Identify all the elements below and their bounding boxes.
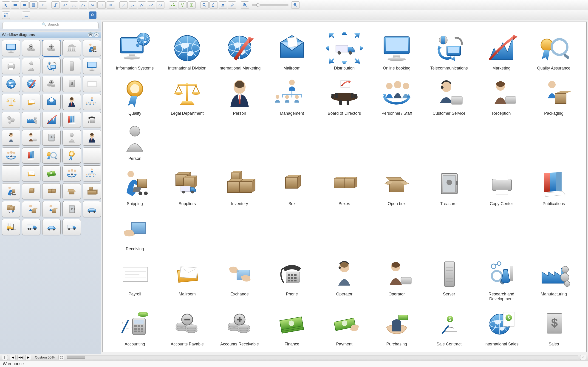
clip-globe-sale[interactable]: International Sales	[478, 307, 524, 347]
eyedropper-button[interactable]	[228, 1, 236, 9]
page-first-button[interactable]: ◀◀	[17, 355, 23, 360]
library-thumb-person-run[interactable]	[83, 40, 101, 56]
clip-exchange[interactable]: Exchange	[216, 257, 262, 301]
clip-avatar[interactable]: Person	[112, 121, 158, 161]
library-thumb-monitor[interactable]	[2, 40, 20, 56]
clip-letters[interactable]: Mailroom	[164, 257, 210, 301]
panel-tree-button[interactable]	[2, 11, 10, 19]
zoom-button[interactable]	[200, 1, 208, 9]
library-thumb-printer[interactable]	[2, 58, 20, 74]
library-thumb-gears[interactable]	[2, 112, 20, 128]
library-thumb-truck[interactable]	[22, 219, 40, 235]
line-button[interactable]	[120, 1, 128, 9]
clip-truck-arrows[interactable]: Distribution	[321, 31, 367, 71]
library-thumb-network[interactable]	[42, 58, 61, 74]
library-thumb-person-suit[interactable]	[62, 94, 81, 110]
clip-payment[interactable]: Payment	[321, 307, 367, 347]
library-thumb-receipt[interactable]	[83, 76, 101, 92]
library-thumb-laptop[interactable]	[83, 58, 101, 74]
clip-suit[interactable]: Person	[216, 76, 262, 116]
library-thumb-ribbon-glass[interactable]	[42, 148, 61, 164]
library-thumb-person-cart[interactable]	[42, 201, 61, 217]
library-thumb-car[interactable]	[83, 201, 101, 217]
library-save-button[interactable]	[88, 32, 93, 37]
zoom-level-label[interactable]: Custom 55%	[33, 355, 57, 359]
clip-cash[interactable]: Finance	[269, 307, 315, 347]
clip-reception[interactable]: Reception	[478, 76, 524, 116]
clip-scales[interactable]: Legal Department	[164, 76, 210, 116]
clip-shipping[interactable]: Shipping	[112, 167, 158, 206]
library-thumb-envelope[interactable]	[42, 94, 61, 110]
tree-button[interactable]	[169, 1, 177, 9]
clip-bank[interactable]: Bank	[112, 352, 158, 352]
pages-pause-button[interactable]: ∥	[2, 355, 8, 360]
clip-accounting[interactable]: Accounting	[112, 307, 158, 347]
line-angle-button[interactable]	[52, 1, 60, 9]
line-cross-button[interactable]	[97, 1, 106, 9]
clip-envelope[interactable]: Mailroom	[269, 31, 315, 71]
clip-printer[interactable]: Copy Center	[478, 167, 524, 206]
clip-boxes[interactable]: Boxes	[321, 167, 367, 206]
library-thumb-scales[interactable]	[2, 94, 20, 110]
line-step-button[interactable]	[61, 1, 69, 9]
clip-ribbon[interactable]: Quality	[112, 76, 158, 116]
clip-box[interactable]: Box	[269, 167, 315, 206]
library-thumb-ribbon[interactable]	[62, 148, 81, 164]
library-thumb-machine[interactable]	[22, 112, 40, 128]
clip-safe[interactable]: Treasurer	[426, 167, 472, 206]
zoom-out-button[interactable]	[241, 1, 249, 9]
library-thumb-pallet[interactable]	[2, 201, 20, 217]
mesh-button[interactable]	[187, 1, 196, 9]
library-thumb-forklift[interactable]	[2, 219, 20, 235]
clip-cheque[interactable]: Payroll	[112, 257, 158, 301]
library-thumb-org[interactable]	[83, 94, 101, 110]
library-thumb-chart[interactable]	[42, 112, 61, 128]
library-thumb-blank[interactable]	[2, 165, 20, 181]
canvas-viewport[interactable]: Information Systems International Divisi…	[103, 22, 587, 352]
library-thumb-globe[interactable]	[2, 76, 20, 92]
line-bezier-button[interactable]	[79, 1, 87, 9]
clip-staff[interactable]: Personnel / Staff	[374, 76, 420, 116]
clip-handshake-cash[interactable]: Purchasing	[374, 307, 420, 347]
clip-info-systems[interactable]: Information Systems	[112, 31, 158, 71]
library-thumb-truck2[interactable]	[62, 219, 81, 235]
library-thumb-box-open[interactable]	[62, 183, 81, 199]
ellipse-button[interactable]	[20, 1, 28, 9]
zoom-in-button[interactable]	[291, 1, 300, 9]
clip-open-box[interactable]: Open box	[374, 167, 420, 206]
clip-monitor[interactable]: Online booking	[374, 31, 420, 71]
zoom-slider-thumb[interactable]	[256, 3, 260, 7]
library-thumb-container[interactable]	[42, 130, 61, 146]
library-thumb-boxes2[interactable]	[83, 183, 101, 199]
page-prev-button[interactable]: ◀	[10, 355, 16, 360]
clip-operator-f[interactable]: Operator	[321, 257, 367, 301]
library-thumb-people[interactable]	[62, 165, 81, 181]
stamp-button[interactable]	[219, 1, 227, 9]
library-search-input[interactable]: 🔍 Search	[2, 22, 99, 29]
hand-button[interactable]	[209, 1, 218, 9]
library-thumb-team[interactable]	[2, 148, 20, 164]
horizontal-scrollbar[interactable]	[66, 356, 578, 359]
library-thumb-bag[interactable]	[62, 76, 81, 92]
library-thumb-server[interactable]	[62, 58, 81, 74]
nodes-button[interactable]	[178, 1, 187, 9]
library-thumb-folder2[interactable]	[22, 165, 40, 181]
clip-books[interactable]: Publications	[531, 167, 577, 206]
clip-globe-arrow[interactable]: International Marketing	[216, 31, 262, 71]
clip-contract[interactable]: Sale Contract	[426, 307, 472, 347]
library-thumb-book[interactable]	[62, 112, 81, 128]
library-thumb-man[interactable]	[83, 130, 101, 146]
clip-operator-f2[interactable]: Operator	[374, 257, 420, 301]
clip-coins-plus[interactable]: Accounts Receivable	[216, 307, 262, 347]
text-button[interactable]: T	[39, 1, 47, 9]
page-next-button[interactable]: ▶	[25, 355, 31, 360]
clip-headset[interactable]: Customer Service	[426, 76, 472, 116]
library-thumb-avatar[interactable]	[62, 130, 81, 146]
library-thumb-user[interactable]	[22, 58, 40, 74]
clip-phone[interactable]: Phone	[269, 257, 315, 301]
freehand-button[interactable]	[156, 1, 164, 9]
clip-chart-up[interactable]: Marketing	[478, 31, 524, 71]
cursor-button[interactable]	[2, 1, 10, 9]
clip-org[interactable]: Management	[269, 76, 315, 116]
library-thumb-safe[interactable]	[62, 201, 81, 217]
